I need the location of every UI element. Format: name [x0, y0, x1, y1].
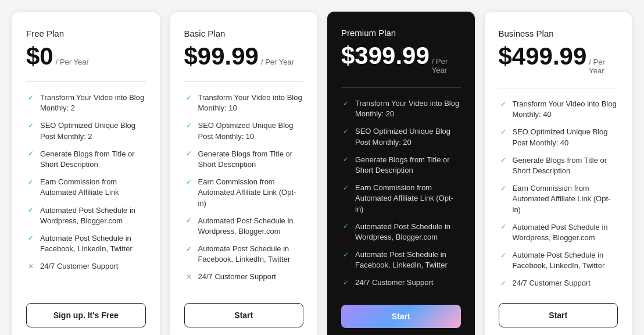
plan-name-basic: Basic Plan	[184, 28, 304, 38]
feature-text-basic-1: SEO Optimized Unique Blog Post Monthly: …	[198, 120, 304, 141]
feature-text-free-6: 24/7 Customer Support	[40, 261, 146, 272]
plan-name-premium: Premium Plan	[341, 28, 461, 38]
list-item: ✓Automate Post Schedule in Facebook, Lin…	[184, 244, 304, 265]
feature-text-premium-4: Automated Post Schedule in Wordpress, Bl…	[355, 222, 461, 243]
feature-text-premium-1: SEO Optimized Unique Blog Post Monthly: …	[355, 126, 461, 147]
check-icon: ✓	[341, 222, 350, 231]
list-item: ✓Earn Commission from Automated Affiliat…	[26, 177, 146, 198]
plan-price-row-business: $499.99/ Per Year	[499, 44, 618, 75]
features-list-business: ✓Transform Your Video into Blog Monthly:…	[499, 99, 618, 289]
feature-text-basic-0: Transform Your Video into Blog Monthly: …	[198, 92, 304, 113]
check-icon: ✓	[499, 99, 508, 109]
divider-free	[26, 81, 146, 82]
cross-icon: ✕	[184, 272, 194, 281]
feature-text-premium-2: Generate Blogs from Title or Short Descr…	[355, 155, 461, 176]
list-item: ✓Generate Blogs from Title or Short Desc…	[341, 155, 461, 176]
check-icon: ✓	[184, 177, 194, 187]
list-item: ✓24/7 Customer Support	[341, 277, 461, 288]
plan-card-basic: Basic Plan$99.99/ Per Year✓Transform You…	[170, 12, 319, 335]
check-icon: ✓	[499, 223, 508, 232]
feature-text-business-6: 24/7 Customer Support	[513, 278, 618, 288]
check-icon: ✓	[184, 244, 194, 254]
list-item: ✓Transform Your Video into Blog Monthly:…	[26, 92, 146, 113]
list-item: ✓Transform Your Video into Blog Monthly:…	[184, 92, 304, 113]
feature-text-basic-5: Automate Post Schedule in Facebook, Link…	[198, 244, 304, 265]
plan-button-premium[interactable]: Start	[341, 305, 461, 328]
feature-text-basic-6: 24/7 Customer Support	[198, 272, 304, 282]
feature-text-business-5: Automate Post Schedule in Facebook, Link…	[513, 250, 618, 271]
list-item: ✓Generate Blogs from Title or Short Desc…	[499, 155, 618, 176]
check-icon: ✓	[184, 149, 194, 159]
check-icon: ✓	[499, 127, 508, 137]
feature-text-business-1: SEO Optimized Unique Blog Post Monthly: …	[513, 127, 618, 148]
check-icon: ✓	[341, 99, 350, 108]
feature-text-basic-2: Generate Blogs from Title or Short Descr…	[198, 149, 304, 170]
list-item: ✓Automated Post Schedule in Wordpress, B…	[341, 222, 461, 243]
list-item: ✓Earn Commission from Automated Affiliat…	[499, 183, 618, 215]
list-item: ✓SEO Optimized Unique Blog Post Monthly:…	[26, 120, 146, 141]
feature-text-premium-0: Transform Your Video into Blog Monthly: …	[355, 98, 461, 119]
feature-text-free-3: Earn Commission from Automated Affiliate…	[40, 177, 146, 198]
features-list-premium: ✓Transform Your Video into Blog Monthly:…	[341, 98, 461, 291]
list-item: ✓Earn Commission from Automated Affiliat…	[341, 183, 461, 215]
list-item: ✓Automated Post Schedule in Wordpress, B…	[184, 216, 304, 237]
check-icon: ✓	[26, 206, 35, 215]
check-icon: ✓	[26, 121, 35, 130]
plan-period-basic: / Per Year	[261, 58, 294, 66]
list-item: ✓24/7 Customer Support	[499, 278, 618, 288]
feature-text-premium-6: 24/7 Customer Support	[355, 277, 461, 288]
feature-text-free-4: Automated Post Schedule in Wordpress, Bl…	[40, 205, 146, 226]
list-item: ✓Generate Blogs from Title or Short Desc…	[26, 149, 146, 170]
check-icon: ✓	[26, 234, 35, 243]
plan-period-business: / Per Year	[589, 58, 618, 75]
check-icon: ✓	[184, 121, 194, 130]
list-item: ✓SEO Optimized Unique Blog Post Monthly:…	[341, 126, 461, 147]
feature-text-business-4: Automated Post Schedule in Wordpress, Bl…	[513, 222, 618, 243]
plan-button-business[interactable]: Start	[499, 303, 618, 327]
feature-text-business-0: Transform Your Video into Blog Monthly: …	[513, 99, 618, 120]
feature-text-business-3: Earn Commission from Automated Affiliate…	[513, 183, 618, 215]
pricing-container: Free Plan$0/ Per Year✓Transform Your Vid…	[12, 12, 632, 335]
list-item: ✓Automated Post Schedule in Wordpress, B…	[499, 222, 618, 243]
feature-text-basic-4: Automated Post Schedule in Wordpress, Bl…	[198, 216, 304, 237]
plan-card-free: Free Plan$0/ Per Year✓Transform Your Vid…	[12, 12, 160, 335]
feature-text-free-2: Generate Blogs from Title or Short Descr…	[40, 149, 146, 170]
list-item: ✕24/7 Customer Support	[184, 272, 304, 282]
list-item: ✓Generate Blogs from Title or Short Desc…	[184, 149, 304, 170]
check-icon: ✓	[341, 278, 350, 287]
list-item: ✓SEO Optimized Unique Blog Post Monthly:…	[184, 120, 304, 141]
plan-card-business: Business Plan$499.99/ Per Year✓Transform…	[484, 12, 633, 335]
plan-button-basic[interactable]: Start	[184, 303, 304, 327]
feature-text-free-5: Automate Post Schedule in Facebook, Link…	[40, 233, 146, 254]
plan-price-row-premium: $399.99/ Per Year	[341, 44, 461, 74]
check-icon: ✓	[499, 279, 508, 288]
feature-text-premium-3: Earn Commission from Automated Affiliate…	[355, 183, 461, 215]
list-item: ✓Automate Post Schedule in Facebook, Lin…	[499, 250, 618, 271]
feature-text-premium-5: Automate Post Schedule in Facebook, Link…	[355, 250, 461, 270]
cross-icon: ✕	[26, 262, 35, 271]
feature-text-basic-3: Earn Commission from Automated Affiliate…	[198, 177, 304, 209]
list-item: ✓SEO Optimized Unique Blog Post Monthly:…	[499, 127, 618, 148]
plan-price-premium: $399.99	[341, 44, 430, 68]
list-item: ✓Transform Your Video into Blog Monthly:…	[341, 98, 461, 119]
plan-price-row-basic: $99.99/ Per Year	[184, 44, 304, 69]
check-icon: ✓	[499, 156, 508, 165]
plan-price-row-free: $0/ Per Year	[26, 44, 146, 69]
check-icon: ✓	[499, 251, 508, 260]
check-icon: ✓	[26, 93, 35, 102]
check-icon: ✓	[341, 127, 350, 136]
divider-business	[499, 88, 618, 88]
check-icon: ✓	[341, 183, 350, 193]
feature-text-business-2: Generate Blogs from Title or Short Descr…	[513, 155, 618, 176]
divider-basic	[184, 81, 304, 82]
check-icon: ✓	[341, 155, 350, 165]
check-icon: ✓	[26, 177, 35, 187]
list-item: ✓Automate Post Schedule in Facebook, Lin…	[26, 233, 146, 254]
features-list-basic: ✓Transform Your Video into Blog Monthly:…	[184, 92, 304, 289]
plan-button-free[interactable]: Sign up. It's Free	[26, 303, 146, 327]
feature-text-free-0: Transform Your Video into Blog Monthly: …	[40, 92, 146, 113]
list-item: ✓Automated Post Schedule in Wordpress, B…	[26, 205, 146, 226]
plan-price-free: $0	[26, 44, 53, 69]
features-list-free: ✓Transform Your Video into Blog Monthly:…	[26, 92, 146, 289]
check-icon: ✓	[184, 216, 194, 226]
